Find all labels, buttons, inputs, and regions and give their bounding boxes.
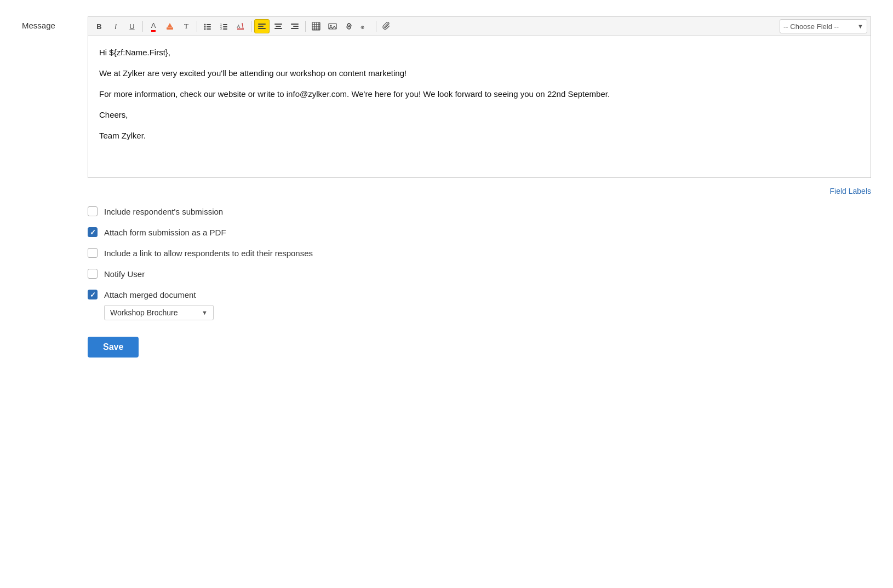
- attach-merged-document-checkbox[interactable]: [88, 290, 98, 299]
- choose-field-text: -- Choose Field --: [783, 22, 853, 31]
- include-respondent-submission-checkbox[interactable]: [88, 206, 98, 216]
- field-labels-link[interactable]: Field Labels: [830, 187, 872, 195]
- include-edit-link-label: Include a link to allow respondents to e…: [104, 249, 313, 258]
- attach-merged-document-label: Attach merged document: [104, 290, 196, 299]
- field-labels-row: Field Labels: [22, 187, 871, 195]
- include-respondent-submission-label: Include respondent's submission: [104, 207, 223, 216]
- toolbar-separator-2: [197, 21, 197, 32]
- editor-line2: We at Zylker are very excited you'll be …: [99, 67, 860, 80]
- editor-line1: Hi ${zf:Name.First},: [99, 46, 860, 59]
- save-section: Save: [88, 337, 871, 358]
- notify-user-checkbox[interactable]: [88, 269, 98, 279]
- svg-rect-11: [223, 26, 227, 27]
- checkbox-row-respondent-submission: Include respondent's submission: [88, 206, 871, 216]
- editor-section: B I U A T: [88, 16, 871, 178]
- toolbar-separator-3: [251, 21, 251, 32]
- svg-rect-3: [207, 24, 211, 25]
- include-edit-link-checkbox[interactable]: [88, 248, 98, 258]
- editor-toolbar: B I U A T: [88, 16, 871, 36]
- toolbar-separator-5: [376, 21, 376, 32]
- merged-document-dropdown-section: Workshop Brochure ▼: [104, 305, 871, 320]
- message-label: Message: [22, 16, 88, 30]
- svg-rect-25: [291, 28, 299, 29]
- align-left-button[interactable]: [254, 19, 270, 33]
- workshop-brochure-dropdown[interactable]: Workshop Brochure ▼: [104, 305, 214, 320]
- checkbox-section: Include respondent's submission Attach f…: [88, 206, 871, 320]
- svg-point-4: [204, 26, 206, 28]
- message-editor[interactable]: Hi ${zf:Name.First}, We at Zylker are ve…: [88, 36, 871, 178]
- attach-merged-document-section: Attach merged document Workshop Brochure…: [88, 290, 871, 320]
- ordered-list-button[interactable]: 1. 2. 3.: [216, 19, 232, 33]
- svg-rect-21: [276, 26, 281, 27]
- svg-rect-20: [274, 24, 282, 25]
- table-button[interactable]: [308, 19, 324, 33]
- svg-text:A: A: [237, 24, 241, 29]
- svg-rect-13: [223, 28, 227, 30]
- editor-line3: For more information, check our website …: [99, 88, 860, 101]
- underline-button[interactable]: U: [124, 19, 140, 33]
- image-button[interactable]: [325, 19, 340, 33]
- save-button[interactable]: Save: [88, 337, 139, 358]
- link-button[interactable]: [341, 19, 357, 33]
- svg-text:3.: 3.: [220, 27, 222, 30]
- svg-rect-19: [258, 28, 266, 29]
- align-center-button[interactable]: [271, 19, 286, 33]
- svg-rect-5: [207, 26, 211, 27]
- attachment-button[interactable]: [379, 19, 394, 33]
- bold-button[interactable]: B: [91, 19, 107, 33]
- selected-document-text: Workshop Brochure: [110, 308, 196, 317]
- chevron-down-icon: ▼: [202, 309, 208, 316]
- align-right-button[interactable]: [287, 19, 302, 33]
- svg-rect-7: [207, 28, 211, 30]
- svg-rect-24: [293, 26, 299, 27]
- svg-rect-9: [223, 24, 227, 25]
- checkbox-row-attach-pdf: Attach form submission as a PDF: [88, 227, 871, 237]
- chevron-down-icon: ▼: [857, 23, 863, 30]
- unordered-list-button[interactable]: [200, 19, 215, 33]
- font-color-button[interactable]: A: [146, 19, 161, 33]
- attach-form-pdf-label: Attach form submission as a PDF: [104, 228, 226, 237]
- checkbox-row-notify-user: Notify User: [88, 269, 871, 279]
- svg-text:❋: ❋: [360, 23, 365, 31]
- svg-point-2: [204, 24, 206, 26]
- editor-line5: Team Zylker.: [99, 129, 860, 142]
- format-text-button[interactable]: T: [179, 19, 194, 33]
- italic-button[interactable]: I: [108, 19, 123, 33]
- message-row: Message B I U A T: [22, 16, 871, 178]
- svg-rect-0: [167, 27, 173, 30]
- attach-form-pdf-checkbox[interactable]: [88, 227, 98, 237]
- checkbox-row-edit-link: Include a link to allow respondents to e…: [88, 248, 871, 258]
- svg-rect-18: [258, 26, 264, 27]
- svg-point-34: [330, 25, 332, 27]
- svg-point-6: [204, 28, 206, 30]
- editor-line4: Cheers,: [99, 108, 860, 122]
- variable-button[interactable]: ❋: [358, 19, 373, 33]
- toolbar-separator-1: [142, 21, 143, 32]
- svg-rect-17: [258, 24, 266, 25]
- checkbox-row-attach-merged: Attach merged document: [88, 290, 871, 299]
- highlight-button[interactable]: [162, 19, 178, 33]
- remove-format-button[interactable]: A: [233, 19, 248, 33]
- choose-field-dropdown[interactable]: -- Choose Field -- ▼: [780, 19, 867, 33]
- svg-marker-1: [168, 23, 172, 27]
- svg-rect-22: [274, 28, 282, 29]
- toolbar-separator-4: [305, 21, 306, 32]
- svg-rect-23: [291, 24, 299, 25]
- notify-user-label: Notify User: [104, 269, 145, 279]
